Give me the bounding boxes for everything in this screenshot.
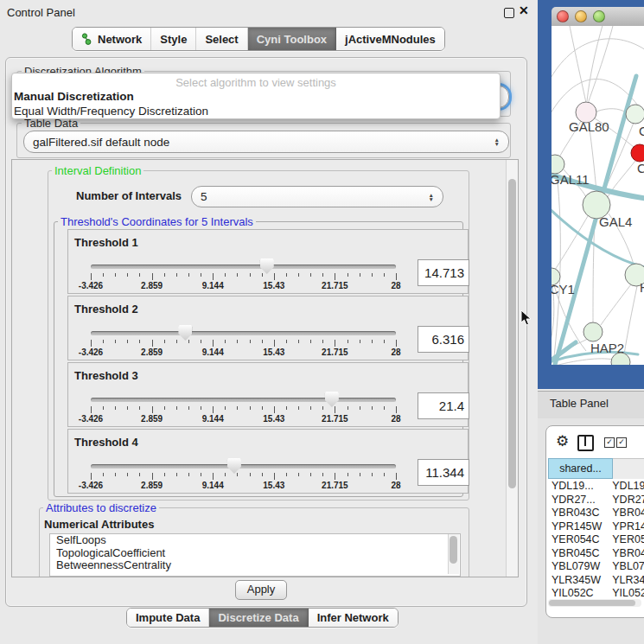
tab-label: Impute Data — [136, 611, 200, 624]
table-row[interactable]: YER054CYER054C — [548, 533, 644, 547]
tick-mark — [396, 273, 397, 280]
cell-name: YIL052C — [607, 587, 644, 598]
table-row[interactable]: YBR043CYBR043C — [548, 507, 644, 520]
close-icon[interactable]: ✕ — [519, 3, 529, 17]
tick-label: 28 — [391, 414, 400, 424]
tab-label: Style — [160, 33, 187, 46]
cell-name: YBL079W — [607, 560, 644, 574]
list-item[interactable]: SelfLoops — [50, 534, 460, 547]
apply-button[interactable]: Apply — [235, 580, 287, 600]
checkbox-icon[interactable]: ✓ — [616, 437, 627, 448]
threshold-title: Threshold 4 — [74, 436, 138, 449]
network-canvas[interactable]: GAL80GACGAL11GAL4GCY1HHAP2 — [552, 26, 644, 365]
tick-mark — [213, 406, 214, 413]
numerical-attributes-label: Numerical Attributes — [44, 518, 154, 531]
stepper-arrows-icon: ▲▼ — [494, 137, 500, 146]
table-horizontal-scrollbar[interactable] — [548, 599, 641, 607]
tick-mark — [152, 340, 153, 347]
slider-thumb[interactable] — [260, 258, 274, 274]
tab-impute-data[interactable]: Impute Data — [127, 609, 209, 627]
list-item[interactable]: BetweennessCentrality — [50, 559, 460, 572]
tick-label: 15.43 — [263, 481, 284, 490]
checkbox-icon[interactable]: ✓ — [604, 437, 615, 448]
tick-mark — [274, 340, 275, 347]
table-row[interactable]: YLR345WYLR345W — [548, 574, 644, 588]
network-node-label: C — [637, 161, 644, 175]
slider-track[interactable] — [91, 331, 396, 335]
tick-mark — [322, 406, 323, 410]
tab-discretize-data[interactable]: Discretize Data — [209, 609, 308, 627]
tick-label: -3.426 — [79, 281, 103, 290]
threshold-value-field[interactable]: 11.344 — [418, 459, 469, 486]
slider-ticks — [91, 273, 396, 281]
threshold-value-field[interactable]: 6.316 — [418, 326, 469, 353]
table-row[interactable]: YPR145WYPR145W — [548, 520, 644, 534]
threshold-value-field[interactable]: 14.713 — [418, 259, 469, 286]
network-node-gal11[interactable] — [552, 155, 564, 174]
slider-thumb[interactable] — [325, 392, 339, 407]
tab-cyni-toolbox[interactable]: Cyni Toolbox — [248, 28, 336, 50]
vertical-scrollbar[interactable] — [506, 160, 518, 577]
tab-style[interactable]: Style — [151, 28, 196, 50]
tick-mark — [298, 473, 299, 476]
tick-mark — [139, 340, 140, 343]
cell-shared-name: YDL19... — [548, 480, 607, 494]
tab-network[interactable]: Network — [73, 28, 151, 50]
column-header-shared[interactable]: shared... — [548, 458, 613, 479]
tick-label: 28 — [391, 481, 400, 490]
table-row[interactable]: YDR27...YDR27... — [548, 494, 644, 507]
slider-track[interactable] — [91, 398, 396, 402]
tick-mark — [286, 340, 287, 343]
table-row[interactable]: YBL079WYBL079W — [548, 560, 644, 574]
slider-thumb[interactable] — [227, 458, 241, 474]
slider-thumb[interactable] — [178, 325, 192, 341]
network-node-hap2[interactable] — [583, 322, 603, 341]
network-graph[interactable]: GAL80GACGAL11GAL4GCY1HHAP2 — [552, 26, 644, 365]
tick-mark — [396, 340, 397, 347]
table-row[interactable]: YBR045CYBR045C — [548, 547, 644, 561]
table-data-combo[interactable]: galFiltered.sif default node ▲▼ — [23, 131, 509, 153]
threshold-value-field[interactable]: 21.4 — [418, 392, 469, 419]
minimize-traffic-light-icon[interactable] — [575, 10, 587, 22]
column-header-name[interactable]: name — [613, 458, 644, 479]
tick-mark — [127, 406, 128, 410]
close-traffic-light-icon[interactable] — [557, 10, 569, 22]
tab-select[interactable]: Select — [196, 28, 247, 50]
numerical-attributes-list[interactable]: SelfLoopsTopologicalCoefficientBetweenne… — [49, 533, 461, 577]
network-node-label: H — [640, 280, 644, 295]
cell-shared-name: YLR345W — [548, 574, 607, 588]
tab-infer-network[interactable]: Infer Network — [309, 609, 398, 627]
tick-mark — [274, 406, 275, 413]
tick-label: 9.144 — [202, 281, 224, 290]
tick-mark — [360, 340, 360, 343]
algorithm-option-equal-width-frequency-discretization[interactable]: Equal Width/Frequency Discretization — [12, 104, 500, 118]
slider-track[interactable] — [91, 464, 396, 469]
tick-label: 21.715 — [322, 281, 348, 290]
zoom-traffic-light-icon[interactable] — [593, 10, 605, 22]
algorithm-option-manual-discretization[interactable]: Manual Discretization — [12, 89, 500, 104]
tick-mark — [91, 340, 92, 347]
tick-mark — [348, 473, 348, 476]
cell-name: YBR043C — [607, 507, 644, 520]
split-columns-icon[interactable] — [577, 435, 594, 451]
tick-mark — [225, 340, 226, 343]
tick-mark — [274, 473, 275, 480]
attributes-scrollbar[interactable] — [448, 534, 459, 574]
network-node-ga[interactable] — [626, 105, 644, 124]
tick-mark — [164, 273, 165, 277]
tick-mark — [139, 406, 140, 410]
tick-mark — [262, 406, 263, 410]
tab-jactivemnodules[interactable]: jActiveMNodules — [336, 28, 444, 50]
network-node-c[interactable] — [631, 144, 644, 162]
gear-icon[interactable]: ⚙ — [556, 432, 569, 450]
float-window-icon[interactable] — [504, 8, 514, 18]
list-item[interactable]: TopologicalCoefficient — [50, 547, 460, 560]
network-window-titlebar[interactable] — [552, 7, 644, 27]
tick-mark — [250, 473, 251, 476]
number-of-intervals-spinner[interactable]: 5 ▲▼ — [191, 186, 443, 207]
table-row[interactable]: YDL19...YDL19... — [548, 480, 644, 494]
table-row[interactable]: YIL052CYIL052C — [548, 587, 644, 598]
tick-mark — [322, 473, 323, 476]
slider-track[interactable] — [91, 265, 396, 269]
tick-mark — [115, 406, 116, 410]
